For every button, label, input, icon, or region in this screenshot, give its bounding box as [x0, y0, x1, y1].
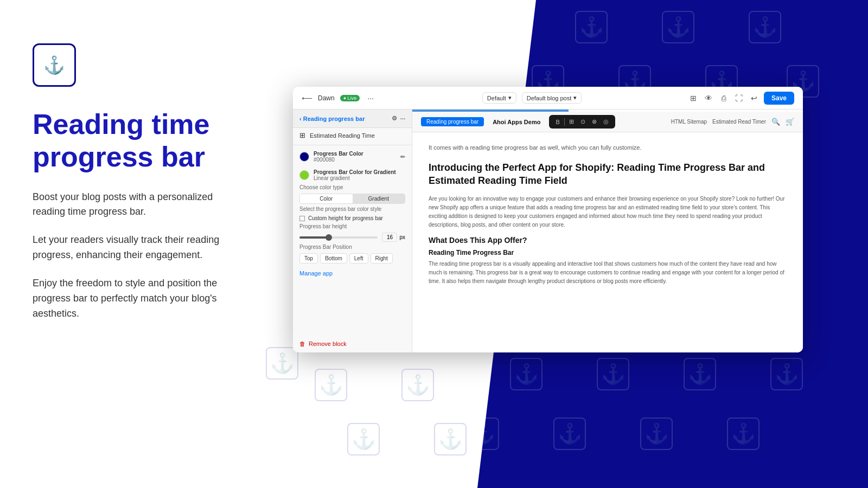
fmt-more[interactable]: ◎ — [601, 117, 611, 126]
position-left[interactable]: Left — [349, 253, 368, 264]
devices-icon[interactable]: ⊞ — [688, 94, 699, 102]
manage-app-link[interactable]: Manage app — [293, 266, 412, 281]
fmt-italic[interactable]: ⊞ — [567, 117, 576, 126]
remove-block-btn[interactable]: 🗑 Remove block — [293, 335, 412, 352]
color-label: Progress Bar Color — [314, 151, 363, 157]
editor-toolbar: ⟵ Dawn ● Live ··· Default ▾ Default blog… — [293, 87, 803, 110]
height-slider[interactable] — [299, 236, 378, 239]
color-edit-icon[interactable]: ✏ — [400, 153, 405, 160]
blog-main: It comes with a reading time progress ba… — [412, 132, 803, 352]
active-tab[interactable]: Reading progress bar — [421, 117, 484, 126]
position-top[interactable]: Top — [299, 253, 318, 264]
toolbar-right: ⊞ 👁 ⎙ ⛶ ↩ Save — [688, 92, 794, 105]
toolbar-center: Default ▾ Default blog post ▾ — [382, 92, 681, 104]
color-swatch-green[interactable] — [299, 170, 309, 180]
sidebar-header: ‹ Reading progress bar ⚙ ··· — [293, 110, 412, 128]
desc-3: Enjoy the freedom to style and position … — [33, 276, 228, 322]
color-tab[interactable]: Color — [300, 194, 353, 203]
fmt-bold[interactable]: B — [553, 118, 561, 126]
custom-height-checkbox[interactable] — [299, 216, 305, 221]
gradient-label: Progress Bar Color for Gradient — [314, 169, 396, 175]
position-tabs: Top Bottom Left Right — [293, 251, 412, 266]
site-title: Ahoi Apps Demo — [493, 119, 540, 125]
sidebar-item-reading[interactable]: ⊞ Estimated Reading Time — [293, 128, 412, 143]
sidebar-back-btn[interactable]: ‹ Reading progress bar — [299, 115, 365, 122]
toolbar-left: ⟵ Dawn ● Live ··· — [302, 94, 376, 102]
more-icon[interactable]: ··· — [365, 94, 376, 102]
main-title: Reading time progress bar — [33, 108, 228, 174]
default-dropdown[interactable]: Default ▾ — [482, 92, 516, 104]
cart-icon[interactable]: 🛒 — [786, 118, 794, 126]
undo-icon[interactable]: ↩ — [749, 94, 760, 102]
blog-body-2: The reading time progress bar is a visua… — [429, 260, 787, 286]
trash-icon: 🗑 — [299, 341, 305, 347]
live-badge: ● Live — [340, 95, 360, 101]
nav-item-1[interactable]: HTML Sitemap — [671, 119, 707, 125]
editor-layout: ‹ Reading progress bar ⚙ ··· ⊞ Estimated… — [293, 110, 803, 352]
fmt-code[interactable]: ⊙ — [578, 117, 588, 126]
gradient-tab[interactable]: Gradient — [353, 194, 405, 203]
share-icon[interactable]: ⎙ — [718, 94, 729, 102]
color-type-label: Choose color type — [293, 184, 412, 191]
position-bottom[interactable]: Bottom — [320, 253, 347, 264]
color-swatch-black[interactable] — [299, 152, 309, 162]
custom-height-row: Custom height for progress bar — [293, 213, 412, 223]
desc-1: Boost your blog posts with a personalize… — [33, 190, 228, 220]
format-toolbar: B ⊞ ⊙ ⊗ ◎ — [549, 115, 615, 129]
blog-nav: Reading progress bar Ahoi Apps Demo B ⊞ … — [412, 112, 803, 132]
back-icon[interactable]: ⟵ — [302, 94, 312, 102]
height-unit: px — [399, 234, 405, 240]
section2-title: Reading Time Progress Bar — [429, 249, 787, 256]
desc-2: Let your readers visually track their re… — [33, 233, 228, 263]
color-value: #000080 — [314, 157, 363, 163]
color-type-tabs: Color Gradient — [299, 194, 405, 204]
logo-icon: ⚓ — [33, 43, 76, 87]
blog-post-dropdown[interactable]: Default blog post ▾ — [522, 92, 582, 104]
sidebar-more-btn[interactable]: ··· — [400, 115, 405, 122]
section1-title: What Does This App Offer? — [429, 236, 787, 245]
gradient-value: Linear gradient — [314, 175, 396, 181]
nav-item-2[interactable]: Estimated Read Timer — [712, 119, 766, 125]
position-right[interactable]: Right — [371, 253, 393, 264]
blog-body-1: Are you looking for an innovative way to… — [429, 195, 787, 229]
position-label: Progress Bar Position — [293, 244, 412, 251]
fullscreen-icon[interactable]: ⛶ — [733, 94, 744, 102]
store-label: Dawn — [318, 94, 335, 102]
left-content: ⚓ Reading time progress bar Boost your b… — [0, 0, 260, 488]
fmt-link[interactable]: ⊗ — [590, 117, 599, 126]
custom-height-label: Custom height for progress bar — [308, 215, 383, 221]
blog-content: Reading progress bar Ahoi Apps Demo B ⊞ … — [412, 110, 803, 352]
style-hint: Select the progress bar color style — [293, 206, 412, 213]
description-block: Boost your blog posts with a personalize… — [33, 190, 228, 322]
height-slider-row: 16 px — [293, 230, 412, 244]
gradient-row: Progress Bar Color for Gradient Linear g… — [293, 166, 412, 184]
search-icon[interactable]: 🔍 — [771, 118, 780, 126]
blog-post-title: Introducing the Perfect App for Shopify:… — [429, 161, 787, 188]
editor-sidebar: ‹ Reading progress bar ⚙ ··· ⊞ Estimated… — [293, 110, 412, 352]
blog-intro: It comes with a reading time progress ba… — [429, 143, 787, 152]
height-input[interactable]: 16 — [382, 233, 397, 242]
save-button[interactable]: Save — [764, 92, 794, 105]
height-label: Progress bar height — [293, 223, 412, 230]
eye-icon[interactable]: 👁 — [703, 94, 714, 102]
browser-mockup: ⟵ Dawn ● Live ··· Default ▾ Default blog… — [293, 87, 803, 352]
blog-nav-icons: HTML Sitemap Estimated Read Timer 🔍 🛒 — [671, 118, 794, 126]
color-row: Progress Bar Color #000080 ✏ — [293, 147, 412, 166]
right-content: ⟵ Dawn ● Live ··· Default ▾ Default blog… — [260, 0, 868, 488]
sidebar-settings-icon[interactable]: ⚙ — [392, 115, 397, 122]
